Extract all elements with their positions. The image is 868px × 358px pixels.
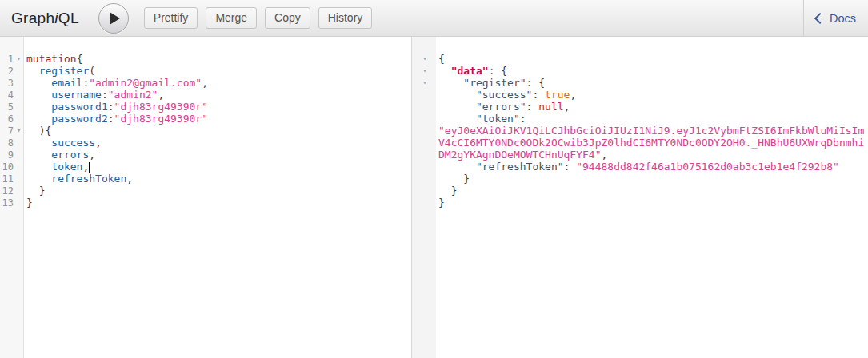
code-token: : — [564, 161, 577, 173]
code-token: } — [438, 173, 470, 185]
code-token: , — [158, 89, 164, 101]
code-token: : { — [489, 65, 507, 77]
code-token: : — [520, 113, 526, 125]
result-code-line: ▾{ — [412, 53, 868, 65]
editor-code-line[interactable]: 5 password1:"djh83rg49390r" — [0, 101, 411, 113]
code-token — [26, 113, 51, 125]
editor-code-line[interactable]: 7▾ ){ — [0, 125, 411, 137]
fold-arrow-icon[interactable]: ▾ — [14, 125, 23, 137]
code-token: { — [77, 53, 83, 65]
play-icon — [110, 12, 120, 25]
toolbar-button-copy[interactable]: Copy — [265, 7, 310, 29]
result-viewer: ▾{▾ "data": {▾ "register": { "success": … — [412, 37, 868, 358]
toolbar-button-history[interactable]: History — [318, 7, 373, 29]
code-token — [26, 149, 51, 161]
fold-arrow-icon[interactable]: ▾ — [14, 53, 23, 65]
result-code-line: "refreshToken": "94488dd842f46a1b075162d… — [412, 161, 868, 173]
result-code-line: ▾ "register": { — [412, 77, 868, 89]
graphiql-app: GraphiQL PrettifyMergeCopyHistory Docs 1… — [0, 0, 868, 358]
code-token: success — [51, 137, 95, 149]
code-token: email — [51, 77, 82, 89]
result-code-line: "token": — [412, 113, 868, 125]
app-title-pre: Graph — [11, 10, 54, 26]
code-token: "94488dd842f46a1b075162d0ab3c1eb1e4f292b… — [576, 161, 839, 173]
code-token: token — [51, 161, 82, 173]
code-token — [26, 101, 51, 113]
fold-arrow-icon[interactable]: ▾ — [419, 53, 430, 65]
code-token — [26, 77, 51, 89]
line-number: 12 — [0, 185, 14, 197]
toolbar: PrettifyMergeCopyHistory — [144, 7, 373, 29]
code-token — [438, 65, 451, 77]
docs-button[interactable]: Docs — [811, 11, 861, 26]
editor-code-line[interactable]: 12 } — [0, 185, 411, 197]
execute-query-button[interactable] — [98, 3, 129, 34]
code-token: username — [51, 89, 102, 101]
editor-code-line[interactable]: 11 refreshToken, — [0, 173, 411, 185]
result-code-line: "errors": null, — [412, 101, 868, 113]
code-token: "djh83rg49390r" — [114, 101, 208, 113]
code-token: : — [102, 89, 108, 101]
code-token — [438, 113, 476, 125]
fold-arrow-icon[interactable]: ▾ — [419, 77, 430, 89]
line-number: 1 — [0, 54, 14, 66]
chevron-left-icon — [814, 13, 826, 24]
code-token — [438, 89, 476, 101]
code-token: "eyJ0eXAiOiJKV1QiLCJhbGciOiJIUzI1NiJ9.ey… — [438, 125, 864, 137]
code-token: , — [126, 173, 133, 185]
editor-code-line[interactable]: 9 errors, — [0, 149, 411, 161]
line-number: 10 — [0, 161, 14, 173]
code-token: , — [82, 161, 89, 173]
line-number: 9 — [0, 149, 14, 161]
result-code-line: ▾ "data": { — [412, 65, 868, 77]
editor-code-line[interactable]: 3 email:"admin2@gmail.com", — [0, 77, 411, 89]
query-editor[interactable]: 1▾mutation{2 register(3 email:"admin2@gm… — [0, 37, 412, 358]
code-token: "refreshToken" — [476, 161, 564, 173]
toolbar-button-merge[interactable]: Merge — [206, 7, 257, 29]
code-token — [26, 137, 51, 149]
code-token: DM2gYKAgnDOeMOWTCHnUqFYF4" — [438, 149, 602, 161]
code-token: : — [532, 89, 545, 101]
editor-code-line[interactable]: 13} — [0, 197, 411, 209]
code-token: V4cCI6MTY0NDc0ODk2OCwib3JpZ0lhdCI6MTY0ND… — [438, 137, 864, 149]
line-number: 8 — [0, 137, 14, 149]
line-number: 6 — [0, 113, 14, 125]
fold-arrow-icon[interactable]: ▾ — [419, 65, 430, 77]
editor-code-line[interactable]: 4 username:"admin2", — [0, 89, 411, 101]
code-token: password1 — [51, 101, 107, 113]
line-number: 7 — [0, 125, 14, 137]
line-number: 3 — [0, 78, 14, 90]
code-token — [26, 161, 51, 173]
result-code-line: "success": true, — [412, 89, 868, 101]
editor-code-line[interactable]: 2 register( — [0, 65, 411, 77]
editor-code-line[interactable]: 8 success, — [0, 137, 411, 149]
code-token: : — [526, 101, 539, 113]
toolbar-button-prettify[interactable]: Prettify — [144, 7, 198, 29]
code-token: , — [570, 89, 576, 101]
code-token — [26, 173, 51, 185]
line-number: 2 — [0, 66, 14, 78]
result-code-line: DM2gYKAgnDOeMOWTCHnUqFYF4", — [412, 149, 868, 161]
docs-label: Docs — [830, 12, 856, 25]
code-token: } — [26, 197, 33, 209]
code-token: : — [108, 113, 114, 125]
code-token: } — [438, 197, 445, 209]
code-token: : { — [526, 77, 545, 89]
code-token — [438, 101, 476, 113]
code-token: null — [538, 101, 563, 113]
editor-code-line[interactable]: 1▾mutation{ — [0, 53, 411, 65]
result-code-line: } — [412, 185, 868, 197]
code-token — [26, 89, 51, 101]
code-token: true — [545, 89, 570, 101]
editor-code-line[interactable]: 10 token, — [0, 161, 411, 173]
code-token: mutation — [26, 53, 77, 65]
code-token: "success" — [476, 89, 532, 101]
line-number: 13 — [0, 197, 14, 209]
code-token: { — [438, 53, 445, 65]
code-token: ( — [89, 65, 95, 77]
result-code-line: } — [412, 173, 868, 185]
code-token: , — [202, 77, 208, 89]
code-token: : — [108, 101, 114, 113]
editor-code-line[interactable]: 6 password2:"djh83rg49390r" — [0, 113, 411, 125]
code-token: errors — [51, 149, 89, 161]
